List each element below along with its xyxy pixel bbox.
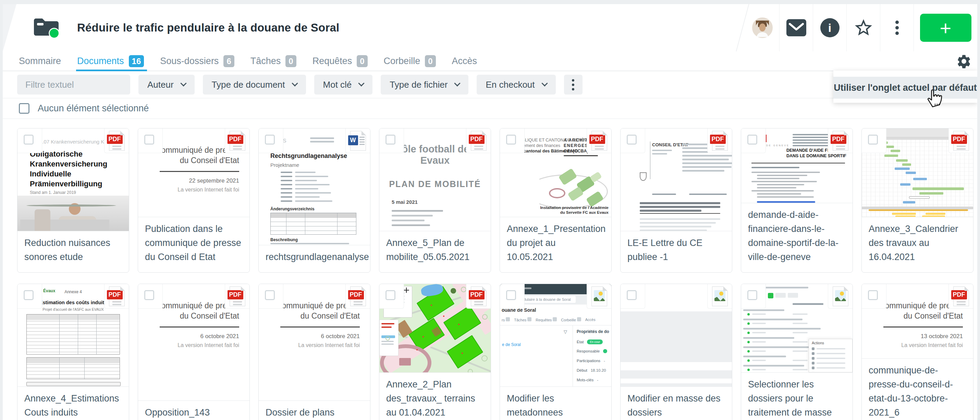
- image-icon: [707, 284, 732, 309]
- filter-dropdown-label: Mot clé: [323, 80, 352, 90]
- card-label: demande-d-aide-financiere-dans-le-domain…: [741, 203, 853, 272]
- document-card[interactable]: Communiqué de pressedu Conseil d'Etat 13…: [861, 284, 974, 420]
- card-checkbox[interactable]: [379, 129, 404, 153]
- document-card[interactable]: PDF Annexe_3_Calendrier des travaux au 1…: [861, 128, 974, 273]
- document-thumbnail: [620, 284, 732, 387]
- page-title: Réduire le trafic pendulaire à la douane…: [77, 21, 339, 34]
- document-card[interactable]: Les Évaux Annexe 4 Estimation des coûts …: [17, 284, 129, 420]
- chevron-down-icon: [454, 80, 461, 86]
- text-filter-input[interactable]: [17, 75, 130, 95]
- card-checkbox[interactable]: [138, 129, 163, 153]
- document-thumbnail: VILLE DE GENEVE DEMANDE D'AIDE FINANCIER…: [741, 129, 853, 203]
- card-label: Modifier en masse des dossiers: [620, 387, 732, 420]
- tab-1[interactable]: Documents 16: [77, 51, 144, 71]
- document-thumbnail: Communiqué de pressedu Conseil d'Etat 6 …: [259, 284, 370, 401]
- tab-badge: 16: [129, 55, 144, 67]
- card-checkbox[interactable]: [620, 284, 645, 309]
- document-thumbnail: Communiqué de pressedu Conseil d'Etat 13…: [862, 284, 973, 359]
- filter-dropdown-0[interactable]: Auteur: [138, 75, 195, 95]
- add-button[interactable]: +: [920, 14, 971, 42]
- document-card[interactable]: Communiqué de pressedu Conseil d'Etat 6 …: [138, 284, 250, 420]
- tab-4[interactable]: Requêtes 0: [312, 51, 368, 71]
- document-thumbnail: RÉPUBLIQUE ET CANTON DE GENÈVEDépartemen…: [500, 129, 611, 217]
- tab-label: Requêtes: [312, 56, 352, 67]
- tab-3[interactable]: Tâches 0: [250, 51, 296, 71]
- filter-dropdown-4[interactable]: En checkout: [477, 75, 555, 95]
- more-options-icon[interactable]: [880, 4, 913, 51]
- tab-label: Sous-dossiers: [160, 56, 219, 67]
- document-card[interactable]: Communiqué de pressedu Conseil d'Etat 6 …: [258, 284, 371, 420]
- document-thumbnail: Communiqué de pressedu Conseil d'Etat 22…: [138, 129, 250, 217]
- tab-5[interactable]: Corbeille 0: [384, 51, 436, 71]
- document-card[interactable]: PDF Annexe_2_Plan des_travaux_ terrains …: [379, 284, 491, 420]
- document-card[interactable]: VILLE DE GENEVE DEMANDE D'AIDE FINANCIER…: [741, 128, 853, 273]
- pdf-icon: PDF: [587, 129, 611, 153]
- document-card[interactable]: CONSEIL D'ETAT PDF LE-E Lettre du CE pub…: [620, 128, 732, 273]
- card-checkbox[interactable]: [741, 129, 766, 153]
- tab-2[interactable]: Sous-dossiers 6: [160, 51, 234, 71]
- chevron-down-icon: [541, 80, 547, 86]
- select-all-checkbox[interactable]: [19, 103, 29, 114]
- card-checkbox[interactable]: [500, 284, 525, 309]
- document-thumbnail: rmos Rechtsgrundlagenanalyse Projektname…: [259, 129, 370, 245]
- card-checkbox[interactable]: [379, 284, 404, 309]
- settings-gear-icon[interactable]: [956, 53, 972, 71]
- card-label: Selectionner les dossiers pour le traite…: [741, 373, 853, 420]
- document-card[interactable]: Communiqué de pressedu Conseil d'Etat 22…: [138, 128, 250, 273]
- document-thumbnail: Les Évaux Annexe 4 Estimation des coûts …: [18, 284, 129, 387]
- card-checkbox[interactable]: [18, 129, 42, 153]
- document-thumbnail: le trafic pendulaire à la douane de Sora…: [500, 284, 611, 387]
- tab-0[interactable]: Sommaire: [19, 51, 61, 71]
- filter-dropdown-1[interactable]: Type de document: [203, 75, 306, 95]
- document-card[interactable]: 6.07 Krankenversicherung KV AHVAVS Oblig…: [17, 128, 129, 273]
- document-card[interactable]: Pôle football des Evaux PLAN DE MOBILITÉ…: [379, 128, 491, 273]
- chevron-down-icon: [180, 80, 186, 86]
- document-card[interactable]: rmos Rechtsgrundlagenanalyse Projektname…: [258, 128, 371, 273]
- pdf-icon: PDF: [707, 129, 732, 153]
- pdf-icon: PDF: [225, 284, 250, 309]
- menu-item-default-tab[interactable]: Utiliser l'onglet actuel par défaut: [834, 77, 977, 99]
- pdf-icon: PDF: [828, 129, 853, 153]
- filter-bar: Auteur Type de document Mot clé Type de …: [0, 71, 980, 98]
- selection-status-label: Aucun élément sélectionné: [38, 103, 149, 114]
- favorite-star-icon[interactable]: [846, 4, 880, 51]
- card-label: communique-de-presse-du-conseil-d-etat-d…: [862, 359, 973, 420]
- card-label: Annexe_1_Presentation du projet au 10.05…: [500, 217, 611, 272]
- filter-dropdown-2[interactable]: Mot clé: [314, 75, 373, 95]
- card-checkbox[interactable]: [620, 129, 645, 153]
- card-checkbox[interactable]: [741, 284, 766, 309]
- card-checkbox[interactable]: [18, 284, 42, 309]
- document-thumbnail: 6.07 Krankenversicherung KV AHVAVS Oblig…: [18, 129, 129, 231]
- pdf-icon: PDF: [466, 284, 491, 309]
- document-thumbnail: Communiqué de pressedu Conseil d'Etat 6 …: [138, 284, 250, 401]
- card-checkbox[interactable]: [138, 284, 163, 309]
- tab-6[interactable]: Accès: [452, 51, 477, 71]
- document-card[interactable]: le trafic pendulaire à la douane de Sora…: [500, 284, 612, 420]
- tab-bar: Sommaire Documents 16 Sous-dossiers 6 Tâ…: [0, 51, 980, 71]
- card-checkbox[interactable]: [500, 129, 525, 153]
- image-icon: [828, 284, 853, 309]
- info-icon[interactable]: i: [813, 4, 846, 51]
- card-label: Annexe_4_Estimations Couts induits: [18, 387, 129, 420]
- filter-dropdown-3[interactable]: Type de fichier: [381, 75, 468, 95]
- card-checkbox[interactable]: [862, 284, 886, 309]
- card-checkbox[interactable]: [259, 129, 283, 153]
- card-checkbox[interactable]: [862, 129, 886, 153]
- document-card[interactable]: RÉPUBLIQUE ET CANTON DE GENÈVEDépartemen…: [500, 128, 612, 273]
- document-card[interactable]: Actions Selectionner les dossiers pour l…: [741, 284, 853, 420]
- card-label: Annexe_5_Plan de mobilite_05.05.2021: [379, 231, 491, 272]
- settings-menu: Utiliser l'onglet actuel par défaut: [834, 71, 977, 103]
- card-label: rechtsgrundlagenanalyse: [259, 245, 370, 272]
- header-slant-decoration: [3, 4, 16, 51]
- card-label: Annexe_3_Calendrier des travaux au 16.04…: [862, 217, 973, 272]
- chevron-down-icon: [358, 80, 364, 86]
- user-avatar[interactable]: [746, 4, 779, 51]
- card-label: Modifier les metadonnees: [500, 387, 611, 420]
- mail-icon[interactable]: [779, 4, 813, 51]
- filter-dropdown-label: Type de fichier: [390, 80, 447, 90]
- more-filters-icon[interactable]: [564, 75, 582, 95]
- card-checkbox[interactable]: [259, 284, 283, 309]
- tab-label: Accès: [452, 56, 477, 67]
- image-icon: [587, 284, 611, 309]
- document-card[interactable]: Modifier en masse des dossiers: [620, 284, 732, 420]
